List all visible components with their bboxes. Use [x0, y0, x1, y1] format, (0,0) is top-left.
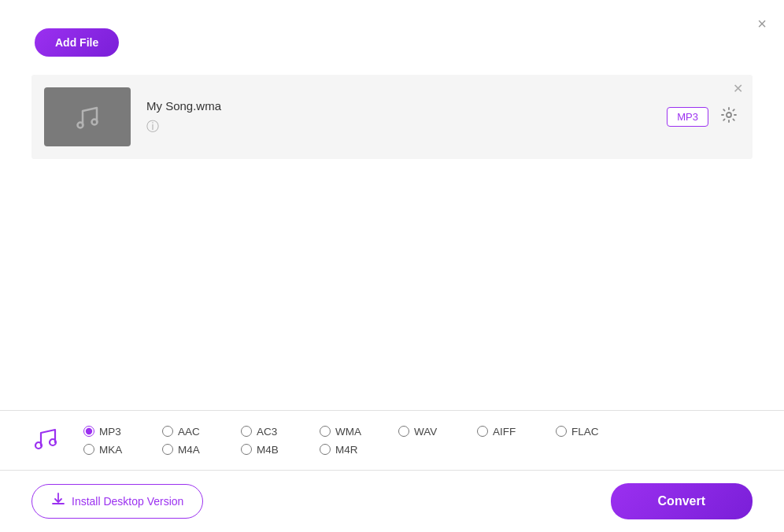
format-radio-wma[interactable]: [320, 426, 331, 437]
gear-icon: [721, 107, 737, 123]
format-radio-aac[interactable]: [162, 426, 173, 437]
format-label-wma: WMA: [335, 426, 361, 438]
footer-bar: Install Desktop Version Convert: [0, 471, 784, 532]
format-option-m4r[interactable]: M4R: [320, 442, 398, 457]
download-arrow-icon: [51, 493, 65, 507]
format-row-1: MP3 AAC AC3 WMA: [83, 424, 753, 439]
svg-point-0: [78, 122, 83, 127]
format-row-2: MKA M4A M4B M4R: [83, 442, 753, 457]
music-icon: [31, 423, 60, 457]
format-label-ac3: AC3: [257, 426, 277, 438]
settings-button[interactable]: [718, 104, 740, 130]
format-option-flac[interactable]: FLAC: [556, 424, 634, 439]
convert-button[interactable]: Convert: [611, 483, 753, 519]
format-label-m4b: M4B: [257, 444, 279, 456]
format-radio-aiff[interactable]: [477, 426, 488, 437]
format-radio-wav[interactable]: [398, 426, 409, 437]
bottom-panel: MP3 AAC AC3 WMA: [0, 410, 784, 532]
format-label-aiff: AIFF: [493, 426, 516, 438]
format-radio-m4r[interactable]: [320, 444, 331, 455]
format-option-aiff[interactable]: AIFF: [477, 424, 556, 439]
format-options: MP3 AAC AC3 WMA: [83, 424, 753, 457]
format-label-flac: FLAC: [571, 426, 599, 438]
add-file-button[interactable]: Add File: [35, 28, 119, 57]
format-option-wma[interactable]: WMA: [320, 424, 398, 439]
file-info: My Song.wma ⓘ: [131, 99, 667, 135]
format-radio-mp3[interactable]: [83, 426, 94, 437]
format-selector: MP3 AAC AC3 WMA: [0, 410, 784, 471]
file-list: My Song.wma ⓘ MP3 ✕: [31, 75, 753, 159]
format-label-aac: AAC: [178, 426, 200, 438]
format-radio-m4a[interactable]: [162, 444, 173, 455]
format-label-m4a: M4A: [178, 444, 200, 456]
format-label-mp3: MP3: [99, 426, 121, 438]
svg-point-1: [92, 119, 98, 124]
format-option-mp3[interactable]: MP3: [83, 424, 162, 439]
format-option-mka[interactable]: MKA: [83, 442, 162, 457]
format-badge-button[interactable]: MP3: [667, 107, 708, 127]
main-area: My Song.wma ⓘ MP3 ✕: [0, 75, 784, 532]
format-radio-m4b[interactable]: [241, 444, 252, 455]
install-desktop-label: Install Desktop Version: [72, 495, 183, 508]
file-item: My Song.wma ⓘ MP3 ✕: [31, 75, 753, 159]
format-option-m4a[interactable]: M4A: [162, 442, 241, 457]
file-actions: MP3: [667, 104, 740, 130]
audio-format-icon: [31, 423, 60, 452]
window-close-button[interactable]: ×: [754, 13, 770, 35]
format-option-aac[interactable]: AAC: [162, 424, 241, 439]
file-name: My Song.wma: [146, 99, 667, 113]
download-icon: [51, 493, 65, 510]
format-option-m4b[interactable]: M4B: [241, 442, 320, 457]
music-note-thumbnail-icon: [70, 100, 105, 135]
format-label-mka: MKA: [99, 444, 122, 456]
install-desktop-button[interactable]: Install Desktop Version: [31, 484, 203, 519]
format-radio-ac3[interactable]: [241, 426, 252, 437]
format-radio-flac[interactable]: [556, 426, 567, 437]
format-label-wav: WAV: [414, 426, 437, 438]
svg-point-2: [727, 113, 731, 117]
file-close-button[interactable]: ✕: [733, 83, 743, 95]
format-label-m4r: M4R: [335, 444, 358, 456]
format-option-wav[interactable]: WAV: [398, 424, 477, 439]
format-option-ac3[interactable]: AC3: [241, 424, 320, 439]
format-radio-mka[interactable]: [83, 444, 94, 455]
file-thumbnail: [44, 87, 131, 146]
info-icon[interactable]: ⓘ: [146, 120, 159, 133]
